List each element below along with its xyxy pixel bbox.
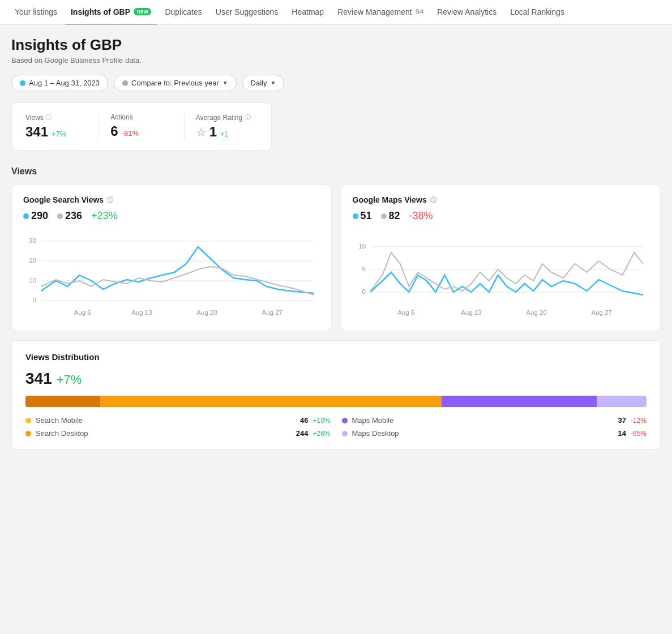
dist-total: 341 +7% xyxy=(25,370,647,388)
svg-text:Aug 20: Aug 20 xyxy=(526,309,546,316)
nav-item-heatmap[interactable]: Heatmap xyxy=(286,0,329,25)
navigation-bar: Your listingsInsights of GBPnewDuplicate… xyxy=(0,0,672,25)
svg-text:5: 5 xyxy=(362,265,365,272)
nav-item-your-listings[interactable]: Your listings xyxy=(9,0,63,25)
nav-item-review-analytics[interactable]: Review Analytics xyxy=(431,0,502,25)
maps-desktop-change: -65% xyxy=(631,430,647,438)
maps-desktop-label: Maps Desktop xyxy=(352,429,614,438)
compare-button[interactable]: Compare to: Previous year ▼ xyxy=(114,75,237,91)
date-range-button[interactable]: Aug 1 – Aug 31, 2023 xyxy=(11,75,108,91)
search-mobile-change: +10% xyxy=(313,417,330,425)
maps-views-chart: 10 5 0 Aug 6 Aug 13 Aug 20 Aug 27 xyxy=(353,230,649,320)
nav-item-insights-gbp[interactable]: Insights of GBPnew xyxy=(65,0,157,25)
views-distribution-card: Views Distribution 341 +7% Search Mobile… xyxy=(11,340,661,449)
search-change: +23% xyxy=(91,210,118,222)
compare-dot xyxy=(122,80,128,86)
legend-search-mobile: Search Mobile 46 +10% xyxy=(25,416,331,425)
nav-item-local-rankings[interactable]: Local Rankings xyxy=(504,0,570,25)
search-desktop-change: +26% xyxy=(313,430,330,438)
svg-text:20: 20 xyxy=(29,257,36,264)
nav-label: User Suggestions xyxy=(216,7,279,16)
search-current-val: 290 xyxy=(31,210,48,222)
maps-mobile-change: -12% xyxy=(631,417,647,425)
compare-label: Compare to: Previous year xyxy=(131,79,219,87)
nav-label: Heatmap xyxy=(292,7,324,16)
bar-maps-desktop xyxy=(597,396,647,407)
stacked-bar xyxy=(25,396,647,407)
search-mobile-value: 46 xyxy=(300,416,308,425)
svg-text:Aug 27: Aug 27 xyxy=(591,309,611,316)
actions-label: Actions xyxy=(110,113,132,121)
nav-badge: new xyxy=(134,8,151,15)
filters-row: Aug 1 – Aug 31, 2023 Compare to: Previou… xyxy=(11,75,661,91)
page-subtitle: Based on Google Business Profile data. xyxy=(11,56,661,65)
compare-dot xyxy=(57,213,63,219)
views-label: Views xyxy=(25,114,44,122)
rating-value: 1 xyxy=(209,124,217,140)
page-title: Insights of GBP xyxy=(11,36,661,54)
svg-text:Aug 27: Aug 27 xyxy=(262,309,283,316)
legend-maps-mobile: Maps Mobile 37 -12% xyxy=(342,416,647,425)
maps-compare-val: 82 xyxy=(389,210,400,222)
maps-mobile-dot xyxy=(342,418,348,423)
summary-rating: Average Rating ⓘ ☆ 1 +1 xyxy=(196,113,258,140)
nav-label: Review Management xyxy=(337,7,412,16)
nav-count: 94 xyxy=(416,7,423,16)
rating-label: Average Rating xyxy=(196,114,243,122)
maps-mobile-label: Maps Mobile xyxy=(352,416,614,425)
search-mobile-dot xyxy=(25,418,31,423)
maps-change: -38% xyxy=(409,210,433,222)
svg-text:0: 0 xyxy=(362,288,365,295)
views-info-icon: ⓘ xyxy=(46,113,52,122)
summary-actions: Actions 6 -81% xyxy=(110,113,184,140)
search-desktop-label: Search Desktop xyxy=(36,429,292,438)
actions-change: -81% xyxy=(122,129,139,138)
maps-views-info-icon: ⓘ xyxy=(430,196,436,204)
maps-compare-legend: 82 xyxy=(381,210,400,222)
svg-text:Aug 13: Aug 13 xyxy=(461,309,481,316)
nav-item-review-management[interactable]: Review Management 94 xyxy=(332,0,429,25)
nav-label: Local Rankings xyxy=(510,7,564,16)
svg-text:30: 30 xyxy=(29,237,36,244)
dist-total-change: +7% xyxy=(57,372,82,387)
google-search-views-card: Google Search Views ⓘ 290 236 +23% xyxy=(11,185,332,331)
views-value: 341 xyxy=(25,124,48,140)
charts-row: Google Search Views ⓘ 290 236 +23% xyxy=(11,185,661,331)
nav-item-duplicates[interactable]: Duplicates xyxy=(159,0,207,25)
svg-text:Aug 13: Aug 13 xyxy=(131,309,152,316)
nav-label: Your listings xyxy=(15,7,57,16)
nav-label: Duplicates xyxy=(165,7,202,16)
maps-current-val: 51 xyxy=(361,210,372,222)
search-desktop-dot xyxy=(25,431,31,436)
chevron-down-icon: ▼ xyxy=(271,80,276,86)
nav-item-user-suggestions[interactable]: User Suggestions xyxy=(210,0,284,25)
views-section-title: Views xyxy=(11,166,661,177)
rating-info-icon: ⓘ xyxy=(245,113,251,122)
maps-current-legend: 51 xyxy=(353,210,372,222)
granularity-button[interactable]: Daily ▼ xyxy=(242,75,285,91)
dist-title: Views Distribution xyxy=(25,352,647,362)
bar-search-desktop xyxy=(25,396,100,407)
search-views-title: Google Search Views xyxy=(23,195,104,204)
current-dot xyxy=(23,213,29,219)
maps-views-title: Google Maps Views xyxy=(353,195,427,204)
nav-label: Insights of GBP xyxy=(71,7,130,16)
date-dot xyxy=(20,80,25,86)
bar-maps-mobile xyxy=(442,396,597,407)
google-maps-views-card: Google Maps Views ⓘ 51 82 -38% xyxy=(341,185,661,331)
legend-maps-desktop: Maps Desktop 14 -65% xyxy=(342,429,647,438)
legend-search-desktop: Search Desktop 244 +26% xyxy=(25,429,331,438)
svg-text:Aug 6: Aug 6 xyxy=(74,309,91,316)
maps-compare-dot xyxy=(381,213,387,219)
maps-mobile-value: 37 xyxy=(618,416,626,425)
search-compare-val: 236 xyxy=(65,210,82,222)
maps-desktop-value: 14 xyxy=(618,429,626,438)
dist-total-value: 341 xyxy=(25,370,52,388)
search-compare-legend: 236 xyxy=(57,210,82,222)
dist-legend: Search Mobile 46 +10% Maps Mobile 37 -12… xyxy=(25,416,647,438)
svg-text:Aug 6: Aug 6 xyxy=(397,309,414,316)
granularity-label: Daily xyxy=(251,79,267,87)
search-mobile-label: Search Mobile xyxy=(36,416,296,425)
views-change: +7% xyxy=(52,130,66,138)
svg-text:10: 10 xyxy=(29,277,36,284)
